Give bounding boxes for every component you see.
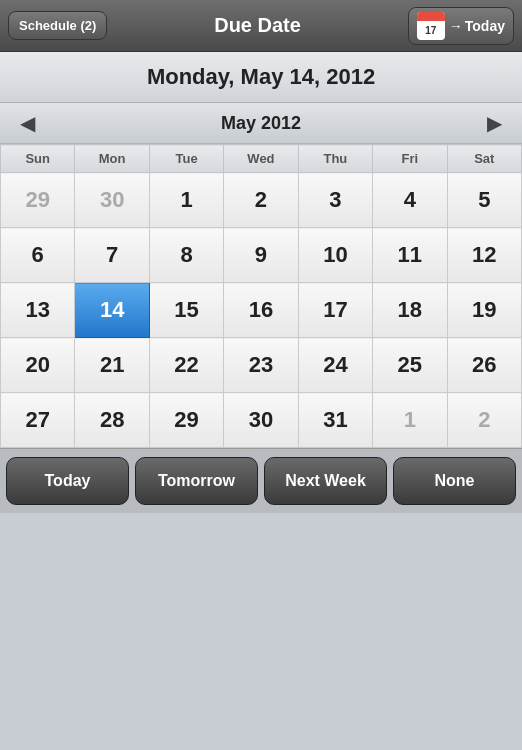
calendar-day[interactable]: 2 — [447, 393, 521, 448]
calendar-week-4: 20212223242526 — [1, 338, 522, 393]
calendar-day[interactable]: 17 — [298, 283, 372, 338]
calendar-day[interactable]: 7 — [75, 228, 149, 283]
bottom-bar: TodayTomorrowNext WeekNone — [0, 448, 522, 513]
selected-date-bar: Monday, May 14, 2012 — [0, 52, 522, 103]
calendar-day[interactable]: 19 — [447, 283, 521, 338]
calendar-day[interactable]: 26 — [447, 338, 521, 393]
calendar-day[interactable]: 20 — [1, 338, 75, 393]
calendar-day[interactable]: 25 — [373, 338, 447, 393]
today-arrow-icon: → — [449, 18, 463, 34]
day-header-row: SunMonTueWedThuFriSat — [1, 145, 522, 173]
today-label: Today — [465, 18, 505, 34]
header-bar: Schedule (2) Due Date 17 → Today — [0, 0, 522, 52]
page-title: Due Date — [107, 14, 408, 37]
day-header-mon: Mon — [75, 145, 149, 173]
month-year-label: May 2012 — [221, 113, 301, 134]
calendar-day[interactable]: 10 — [298, 228, 372, 283]
calendar-day[interactable]: 22 — [149, 338, 223, 393]
day-header-wed: Wed — [224, 145, 298, 173]
calendar-week-2: 6789101112 — [1, 228, 522, 283]
today-button[interactable]: 17 → Today — [408, 7, 514, 45]
today-button[interactable]: Today — [6, 457, 129, 505]
calendar-grid: SunMonTueWedThuFriSat 293012345678910111… — [0, 144, 522, 448]
calendar-day[interactable]: 30 — [224, 393, 298, 448]
calendar-day[interactable]: 11 — [373, 228, 447, 283]
calendar-day[interactable]: 27 — [1, 393, 75, 448]
calendar-day[interactable]: 29 — [1, 173, 75, 228]
calendar-day[interactable]: 13 — [1, 283, 75, 338]
day-header-sat: Sat — [447, 145, 521, 173]
calendar-day[interactable]: 21 — [75, 338, 149, 393]
calendar-week-1: 293012345 — [1, 173, 522, 228]
calendar-week-5: 272829303112 — [1, 393, 522, 448]
calendar-day[interactable]: 15 — [149, 283, 223, 338]
tomorrow-button[interactable]: Tomorrow — [135, 457, 258, 505]
calendar-day[interactable]: 30 — [75, 173, 149, 228]
day-header-tue: Tue — [149, 145, 223, 173]
calendar-day[interactable]: 23 — [224, 338, 298, 393]
calendar-container: ◀ May 2012 ▶ SunMonTueWedThuFriSat 29301… — [0, 103, 522, 448]
cal-icon-day: 17 — [417, 21, 445, 40]
calendar-icon: 17 — [417, 12, 445, 40]
calendar-body: 2930123456789101112131415161718192021222… — [1, 173, 522, 448]
day-header-sun: Sun — [1, 145, 75, 173]
calendar-day[interactable]: 2 — [224, 173, 298, 228]
calendar-day[interactable]: 1 — [149, 173, 223, 228]
none-button[interactable]: None — [393, 457, 516, 505]
month-navigation: ◀ May 2012 ▶ — [0, 103, 522, 144]
calendar-day[interactable]: 14 — [75, 283, 149, 338]
calendar-day[interactable]: 28 — [75, 393, 149, 448]
calendar-day[interactable]: 12 — [447, 228, 521, 283]
calendar-day[interactable]: 3 — [298, 173, 372, 228]
calendar-header: SunMonTueWedThuFriSat — [1, 145, 522, 173]
day-header-thu: Thu — [298, 145, 372, 173]
calendar-day[interactable]: 24 — [298, 338, 372, 393]
calendar-day[interactable]: 8 — [149, 228, 223, 283]
schedule-button[interactable]: Schedule (2) — [8, 11, 107, 40]
calendar-day[interactable]: 18 — [373, 283, 447, 338]
next-week-button[interactable]: Next Week — [264, 457, 387, 505]
calendar-day[interactable]: 6 — [1, 228, 75, 283]
prev-month-button[interactable]: ◀ — [12, 111, 43, 135]
calendar-day[interactable]: 31 — [298, 393, 372, 448]
calendar-day[interactable]: 1 — [373, 393, 447, 448]
calendar-day[interactable]: 9 — [224, 228, 298, 283]
cal-icon-header — [417, 12, 445, 21]
calendar-day[interactable]: 16 — [224, 283, 298, 338]
calendar-day[interactable]: 5 — [447, 173, 521, 228]
calendar-week-3: 13141516171819 — [1, 283, 522, 338]
selected-date-text: Monday, May 14, 2012 — [0, 64, 522, 90]
next-month-button[interactable]: ▶ — [479, 111, 510, 135]
day-header-fri: Fri — [373, 145, 447, 173]
calendar-day[interactable]: 29 — [149, 393, 223, 448]
calendar-day[interactable]: 4 — [373, 173, 447, 228]
